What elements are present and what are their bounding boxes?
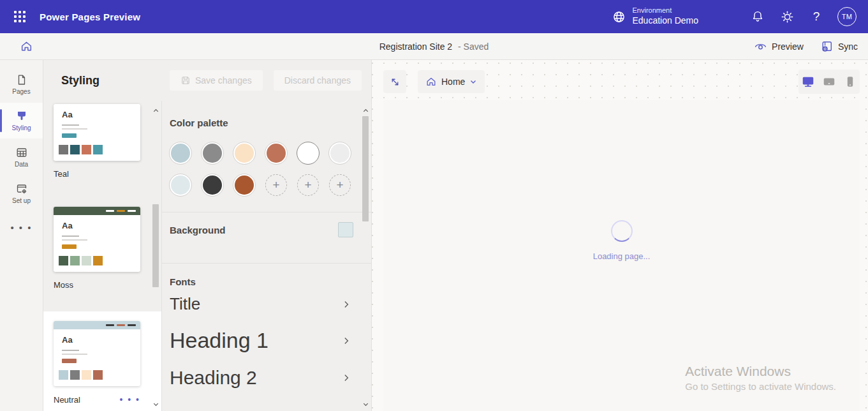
theme-swatch: [70, 145, 80, 154]
environment-label: Environment: [632, 6, 698, 15]
discard-changes-button[interactable]: Discard changes: [274, 70, 362, 91]
theme-card-teal[interactable]: Aa: [54, 104, 140, 161]
sidebar-item-pages[interactable]: Pages: [0, 66, 43, 102]
sidebar-item-label: Set up: [12, 197, 31, 204]
palette-color-swatch[interactable]: [170, 174, 191, 196]
app-title: Power Pages Preview: [40, 11, 140, 22]
background-row: Background: [170, 213, 357, 247]
chevron-up-icon[interactable]: [361, 106, 371, 115]
palette-color-swatch[interactable]: [297, 142, 319, 164]
add-color-button[interactable]: +: [265, 174, 287, 196]
mobile-preview-button[interactable]: [842, 74, 858, 89]
theme-list-scrollbar[interactable]: [151, 103, 161, 410]
sync-button[interactable]: Sync: [820, 40, 858, 53]
styling-brush-icon: [15, 110, 28, 123]
top-app-bar: Power Pages Preview Environment Educatio…: [0, 0, 868, 33]
tablet-preview-button[interactable]: [821, 74, 837, 89]
design-canvas: Home: [372, 60, 868, 411]
theme-swatch: [82, 370, 91, 380]
bell-icon: [751, 10, 764, 23]
theme-nav-dash: [128, 324, 136, 326]
sidebar-item-label: Styling: [11, 124, 31, 131]
palette-color-swatch[interactable]: [329, 142, 351, 164]
expand-canvas-button[interactable]: [383, 70, 406, 93]
data-table-icon: [15, 146, 28, 159]
theme-swatch-row: [54, 249, 140, 272]
notifications-button[interactable]: [743, 5, 772, 28]
palette-color-swatch[interactable]: [170, 142, 191, 164]
palette-color-swatch[interactable]: [233, 142, 255, 164]
theme-item-moss: Aa Moss: [54, 207, 140, 290]
palette-color-swatch[interactable]: [202, 142, 223, 164]
theme-preview-navbar: [54, 207, 140, 215]
environment-picker[interactable]: Environment Education Demo: [612, 6, 698, 26]
globe-icon: [612, 10, 626, 24]
preview-label: Preview: [772, 41, 804, 52]
add-color-button[interactable]: +: [297, 174, 319, 196]
theme-settings-panel: Color palette +++ Background Fonts Title: [161, 101, 371, 411]
loading-text: Loading page...: [593, 251, 651, 261]
theme-swatch: [93, 256, 103, 265]
desktop-preview-button[interactable]: [800, 74, 816, 89]
background-title: Background: [170, 225, 226, 235]
theme-swatch: [93, 145, 103, 154]
settings-scrollbar[interactable]: [361, 103, 371, 410]
theme-preview-text: Aa: [62, 221, 132, 230]
palette-color-swatch[interactable]: [265, 142, 287, 164]
sidebar-item-data[interactable]: Data: [0, 139, 43, 175]
theme-card-neutral[interactable]: Aa: [54, 321, 140, 386]
settings-button[interactable]: [772, 5, 802, 28]
theme-card-moss[interactable]: Aa: [54, 207, 140, 272]
theme-more-button[interactable]: • • •: [120, 394, 140, 405]
section-divider: [162, 263, 371, 264]
home-button[interactable]: [15, 37, 37, 56]
power-pages-app: Power Pages Preview Environment Educatio…: [0, 0, 868, 411]
page-preview: Loading page...: [383, 100, 860, 411]
site-name: Registration Site 2: [379, 41, 452, 52]
home-icon: [425, 76, 437, 87]
save-changes-button[interactable]: Save changes: [170, 70, 263, 91]
app-launcher-waffle-icon[interactable]: [9, 6, 31, 27]
theme-swatch: [70, 256, 80, 265]
chevron-right-icon: [342, 300, 351, 309]
background-color-swatch[interactable]: [338, 222, 353, 237]
site-title: Registration Site 2 - Saved: [0, 41, 868, 52]
chevron-down-icon[interactable]: [361, 400, 371, 408]
font-row-heading1[interactable]: Heading 1: [170, 321, 357, 360]
scrollbar-thumb[interactable]: [152, 204, 159, 287]
theme-swatch: [59, 145, 68, 154]
palette-color-swatch[interactable]: [233, 174, 255, 196]
theme-swatch-row: [54, 363, 140, 386]
theme-preview-button: [62, 359, 77, 363]
save-status: - Saved: [458, 41, 489, 52]
theme-preview-button: [62, 133, 77, 138]
sidebar-item-label: Data: [15, 161, 28, 168]
page-selector-dropdown[interactable]: Home: [418, 70, 485, 93]
user-avatar[interactable]: TM: [837, 7, 857, 26]
font-row-heading2[interactable]: Heading 2: [170, 360, 357, 396]
left-navigation-rail: Pages Styling Data: [0, 60, 43, 411]
font-row-title[interactable]: Title: [170, 287, 357, 321]
theme-swatch: [59, 256, 68, 265]
theme-preview-button: [62, 244, 77, 249]
scrollbar-thumb[interactable]: [362, 116, 369, 221]
sidebar-item-styling[interactable]: Styling: [0, 103, 43, 138]
sidebar-more-icon[interactable]: • • •: [0, 222, 43, 233]
help-button[interactable]: ?: [802, 5, 831, 28]
pane-title: Styling: [61, 74, 99, 87]
theme-swatch-row: [54, 138, 140, 161]
theme-swatch: [82, 256, 91, 265]
theme-swatch: [59, 370, 68, 380]
sidebar-item-setup[interactable]: Set up: [0, 176, 43, 211]
chevron-up-icon[interactable]: [151, 106, 161, 115]
palette-color-swatch[interactable]: [202, 174, 223, 196]
add-color-button[interactable]: +: [329, 174, 351, 196]
theme-preview-navbar: [54, 321, 140, 329]
theme-nav-dash: [106, 324, 114, 326]
chevron-down-icon[interactable]: [151, 400, 161, 408]
theme-nav-dash: [106, 210, 114, 212]
setup-window-gear-icon: [15, 183, 28, 195]
preview-button[interactable]: Preview: [754, 40, 804, 53]
color-palette-grid: +++: [170, 142, 357, 196]
theme-name: Moss: [54, 280, 73, 290]
